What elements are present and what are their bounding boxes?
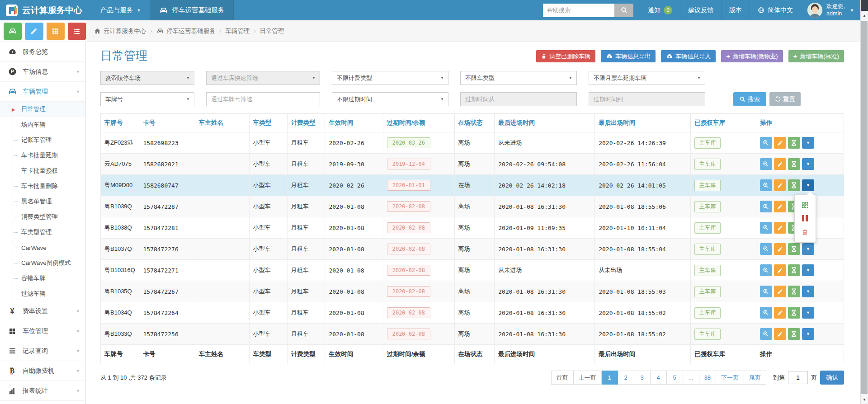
sidebar-item-record-query[interactable]: 记录查询 ▼ xyxy=(0,341,85,361)
delete-menu-item[interactable] xyxy=(795,225,816,239)
monthly-delay-select[interactable]: 不限月票车延期车辆▼ xyxy=(589,71,705,85)
extend-button[interactable] xyxy=(788,307,800,319)
page-next[interactable]: 下一页 xyxy=(716,371,744,385)
sidebar-item-vehicle-management[interactable]: 车辆管理 ▼ xyxy=(0,82,85,102)
billing-type-select[interactable]: 不限计费类型▼ xyxy=(332,71,448,85)
plate-mode-select[interactable]: 车牌号▼ xyxy=(100,92,194,106)
sidebar-item-carwave[interactable]: CarWave xyxy=(0,240,85,255)
table-row[interactable]: 粤ZF023港 1582698223 小型车 月租车 2020-02-26 20… xyxy=(101,132,844,154)
view-button[interactable] xyxy=(760,286,772,297)
breadcrumb-parking-service[interactable]: 停车运营基础服务 xyxy=(156,27,216,35)
expire-from-input[interactable] xyxy=(460,92,577,106)
language-switcher[interactable]: 简体中文 xyxy=(750,0,801,20)
user-menu[interactable]: 欢迎您, admin ▼ xyxy=(801,0,860,20)
breadcrumb-vehicle-management[interactable]: 车辆管理 xyxy=(226,27,250,35)
expire-range-select[interactable]: 不限过期时间▼ xyxy=(332,92,448,106)
quick-grid-button[interactable] xyxy=(47,23,65,40)
sidebar-item-batch-extend[interactable]: 车卡批量延期 xyxy=(0,148,85,163)
page-1[interactable]: 1 xyxy=(602,371,618,385)
edit-button[interactable] xyxy=(774,307,786,319)
breadcrumb-home[interactable]: 云计算服务中心 xyxy=(94,27,146,35)
view-button[interactable] xyxy=(760,328,772,340)
sidebar-item-onsite-vehicles[interactable]: 场内车辆 xyxy=(0,117,85,132)
clear-deleted-button[interactable]: 清空已删除车辆 xyxy=(536,50,595,62)
search-button[interactable]: 搜索 xyxy=(733,92,766,106)
table-row[interactable]: 粤B1038Q 1578472281 小型车 月租车 2020-01-08 20… xyxy=(101,217,844,239)
menu-products[interactable]: 产品与服务 ▼ xyxy=(91,0,150,20)
sidebar-item-fault-tolerant-plate[interactable]: 容错车牌 xyxy=(0,271,85,286)
search-button[interactable] xyxy=(614,4,633,17)
version-link[interactable]: 版本 xyxy=(721,0,750,20)
table-row[interactable]: 云AD7075 1582682021 小型车 月租车 2019-09-30 20… xyxy=(101,154,844,175)
parking-lot-select[interactable]: 炎帝陵停车场▼ xyxy=(100,71,194,85)
extend-button[interactable] xyxy=(788,286,800,297)
view-button[interactable] xyxy=(760,222,772,234)
table-row[interactable]: 粤B1037Q 1578472276 小型车 月租车 2020-01-08 20… xyxy=(101,239,844,260)
sidebar-item-rate-settings[interactable]: ¥ 费率设置 ▼ xyxy=(0,301,85,321)
quick-edit-button[interactable] xyxy=(25,23,43,40)
page-4[interactable]: 4 xyxy=(651,371,667,385)
sidebar-item-report-statistics[interactable]: 报表统计 ▼ xyxy=(0,381,85,401)
table-row[interactable]: 粤B1034Q 1578472264 小型车 月租车 2020-01-08 20… xyxy=(101,302,844,324)
scroll-up-arrow[interactable]: ▲ xyxy=(861,11,868,20)
garage-quick-filter-select[interactable]: 通过车库快速筛选▼ xyxy=(206,71,320,85)
sidebar-item-self-pay-machine[interactable]: ₿ 自助缴费机 ▼ xyxy=(0,361,85,381)
table-row[interactable]: 粤B1035Q 1578472267 小型车 月租车 2020-01-08 20… xyxy=(101,281,844,302)
edit-button[interactable] xyxy=(774,264,786,276)
app-logo[interactable]: 云计算服务中心 xyxy=(0,0,91,20)
more-actions-button[interactable]: ▼ xyxy=(802,286,814,297)
sidebar-item-car-type[interactable]: 车类型管理 xyxy=(0,225,85,240)
help-search-input[interactable] xyxy=(543,4,614,17)
pause-menu-item[interactable] xyxy=(795,211,816,225)
notifications[interactable]: 通知 0 xyxy=(640,0,680,20)
page-prev[interactable]: 上一页 xyxy=(574,371,602,385)
sidebar-item-daily-management[interactable]: ▶ 日常管理 xyxy=(0,102,85,117)
quick-vehicle-button[interactable] xyxy=(4,23,22,40)
edit-button[interactable] xyxy=(774,158,786,170)
sidebar-item-consume-type[interactable]: 消费类型管理 xyxy=(0,209,85,225)
extend-button[interactable] xyxy=(788,243,800,255)
more-actions-button[interactable]: ▼ xyxy=(802,243,814,255)
menu-parking-service[interactable]: 停车运营基础服务 xyxy=(150,0,234,20)
table-row[interactable]: 粤B10316Q 1578472271 小型车 月租车 2020-01-08 2… xyxy=(101,260,844,281)
page-3[interactable]: 3 xyxy=(634,371,651,385)
view-button[interactable] xyxy=(760,158,772,170)
sidebar-item-space-management[interactable]: 车位管理 ▼ xyxy=(0,321,85,341)
edit-button[interactable] xyxy=(774,222,786,234)
extend-button[interactable] xyxy=(788,264,800,276)
page-2[interactable]: 2 xyxy=(618,371,634,385)
page-first[interactable]: 首页 xyxy=(551,371,574,385)
page-last[interactable]: 尾页 xyxy=(744,371,766,385)
plate-filter-input[interactable] xyxy=(206,92,320,106)
qrcode-menu-item[interactable] xyxy=(795,198,816,211)
extend-button[interactable] xyxy=(788,137,800,149)
edit-button[interactable] xyxy=(774,328,786,340)
more-actions-button[interactable]: ▼ xyxy=(802,328,814,340)
car-type-select[interactable]: 不限车类型▼ xyxy=(460,71,577,85)
import-vehicles-button[interactable]: 车辆信息导入 xyxy=(661,50,716,62)
more-actions-button[interactable]: ▼ xyxy=(802,158,814,170)
edit-button[interactable] xyxy=(774,179,786,191)
more-actions-button[interactable]: ▼ xyxy=(802,264,814,276)
more-actions-button[interactable]: ▼ xyxy=(802,137,814,149)
scrollbar-thumb[interactable] xyxy=(861,21,868,394)
view-button[interactable] xyxy=(760,307,772,319)
sidebar-item-overview[interactable]: 服务总览 xyxy=(0,42,85,62)
quick-list-button[interactable] xyxy=(68,23,86,40)
table-row[interactable]: 粤B1033Q 1578472256 小型车 月租车 2020-01-08 20… xyxy=(101,324,844,345)
view-button[interactable] xyxy=(760,243,772,255)
extend-button[interactable] xyxy=(788,328,800,340)
scroll-down-arrow[interactable]: ▼ xyxy=(861,395,868,404)
sidebar-item-filter-vehicles[interactable]: 过滤车辆 xyxy=(0,286,85,301)
sidebar-item-parking-info[interactable]: P 车场信息 ▼ xyxy=(0,62,85,82)
export-vehicles-button[interactable]: 车辆信息导出 xyxy=(601,50,656,62)
edit-button[interactable] xyxy=(774,201,786,212)
expire-to-input[interactable] xyxy=(589,92,705,106)
extend-button[interactable] xyxy=(788,158,800,170)
reset-button[interactable]: 重置 xyxy=(769,92,801,106)
sidebar-item-carwave-legend[interactable]: CarWave图例模式 xyxy=(0,255,85,271)
table-row[interactable]: 粤B1039Q 1578472287 小型车 月租车 2020-01-08 20… xyxy=(101,196,844,217)
feedback-link[interactable]: 建议反馈 xyxy=(680,0,721,20)
add-vehicle-standard-button[interactable]: + 新增车辆(标准) xyxy=(788,50,844,62)
confirm-button[interactable]: 确认 xyxy=(820,371,844,385)
